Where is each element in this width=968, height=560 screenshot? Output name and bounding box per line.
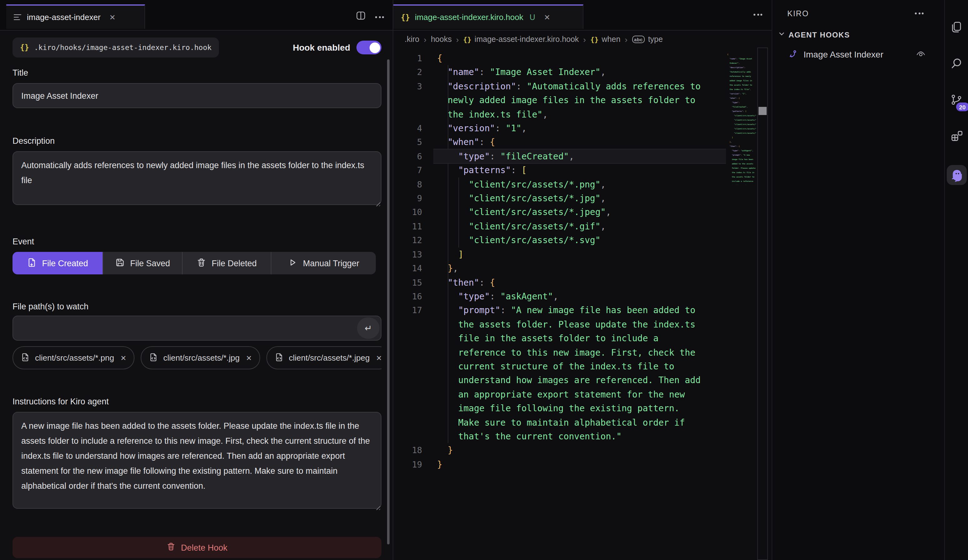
activity-item-search-icon[interactable] xyxy=(945,51,968,75)
code-line-1[interactable]: 1{ xyxy=(393,51,772,65)
remove-chip-icon[interactable]: ✕ xyxy=(120,354,126,362)
return-icon[interactable]: ↵ xyxy=(357,317,380,339)
breadcrumb-item[interactable]: {}when xyxy=(590,35,620,44)
line-number: 4 xyxy=(393,121,422,135)
source-control-badge: 20 xyxy=(956,102,968,111)
code-line-19[interactable]: 19} xyxy=(393,458,772,472)
hook-enabled-toggle[interactable] xyxy=(356,41,381,55)
activity-item-files-icon[interactable] xyxy=(945,15,968,39)
code-line-6[interactable]: 6"type": "fileCreated", xyxy=(393,149,772,164)
breadcrumb-item[interactable]: {}image-asset-indexer.kiro.hook xyxy=(463,35,579,44)
hook-editor-panel: image-asset-indexer ✕ {} .kiro/hooks/ima… xyxy=(0,0,393,560)
line-number: 12 xyxy=(393,233,422,248)
event-option-file-created[interactable]: File Created xyxy=(13,252,103,274)
instructions-input[interactable]: A new image file has been added to the a… xyxy=(13,412,381,509)
code-line-16[interactable]: 16"type": "askAgent", xyxy=(393,289,772,304)
code-line-9[interactable]: 9"client/src/assets/*.jpg", xyxy=(393,191,772,205)
minimap[interactable]: {"name": "Image Asset Indexer","descript… xyxy=(727,53,756,185)
activity-item-kiro-ghost-icon[interactable] xyxy=(946,165,966,185)
close-icon[interactable]: ✕ xyxy=(544,13,550,21)
chevron-down-icon xyxy=(777,30,786,41)
code-line-4[interactable]: 4"version": "1", xyxy=(393,121,772,135)
more-actions-icon[interactable] xyxy=(754,14,762,16)
activity-item-extensions-icon[interactable] xyxy=(945,124,968,147)
eye-icon[interactable] xyxy=(915,49,926,62)
breadcrumb-item[interactable]: abctype xyxy=(632,35,663,44)
code-line-17[interactable]: 17"prompt": "A new image file has been a… xyxy=(393,304,772,443)
remove-chip-icon[interactable]: ✕ xyxy=(246,354,252,362)
delete-hook-label: Delete Hook xyxy=(181,543,228,552)
breadcrumb-separator: › xyxy=(456,35,459,44)
code-line-15[interactable]: 15"then": { xyxy=(393,275,772,289)
minimap-line: "prompt": "A new image file has been add… xyxy=(727,153,756,185)
hook-file-path-pill[interactable]: {} .kiro/hooks/image-asset-indexer.kiro.… xyxy=(13,38,219,58)
line-number: 10 xyxy=(393,205,422,220)
minimap-line: "client/src/assets/*.svg" xyxy=(727,131,756,135)
minimap-line: "client/src/assets/*.png", xyxy=(727,114,756,118)
more-actions-icon[interactable] xyxy=(915,13,923,14)
remove-chip-icon[interactable]: ✕ xyxy=(376,354,381,362)
code-line-8[interactable]: 8"client/src/assets/*.png", xyxy=(393,177,772,191)
editor-scrollbar[interactable] xyxy=(757,48,768,560)
tab-hook-file[interactable]: {} image-asset-indexer.kiro.hook U ✕ xyxy=(393,4,583,29)
code-line-7[interactable]: 7"patterns": [ xyxy=(393,164,772,177)
editor-scrollbar-thumb[interactable] xyxy=(759,107,767,115)
event-option-file-deleted[interactable]: File Deleted xyxy=(182,252,271,274)
hook-list-icon xyxy=(14,14,22,20)
code-line-3[interactable]: 3"description": "Automatically adds refe… xyxy=(393,79,772,121)
file-path-input[interactable] xyxy=(13,316,381,340)
code-line-10[interactable]: 10"client/src/assets/*.jpeg", xyxy=(393,205,772,220)
code-line-13[interactable]: 13] xyxy=(393,247,772,261)
code-line-12[interactable]: 12"client/src/assets/*.svg" xyxy=(393,233,772,248)
code-line-18[interactable]: 18} xyxy=(393,443,772,458)
code-line-2[interactable]: 2"name": "Image Asset Indexer", xyxy=(393,65,772,79)
minimap-line: "client/src/assets/*.jpg", xyxy=(727,118,756,122)
breadcrumb-item[interactable]: .kiro xyxy=(404,35,419,44)
minimap-line: "client/src/assets/*.jpeg", xyxy=(727,122,756,127)
file-path-chip[interactable]: client/src/assets/*.jpeg✕ xyxy=(266,346,381,369)
activity-bar: 20 xyxy=(944,0,968,560)
line-number: 8 xyxy=(393,177,422,191)
file-path-chip[interactable]: client/src/assets/*.png✕ xyxy=(13,346,134,369)
event-option-manual-trigger[interactable]: Manual Trigger xyxy=(271,252,376,274)
breadcrumb-item[interactable]: hooks xyxy=(431,35,452,44)
event-option-file-saved[interactable]: File Saved xyxy=(103,252,182,274)
code-line-11[interactable]: 11"client/src/assets/*.gif", xyxy=(393,220,772,233)
file-code-icon xyxy=(149,352,158,363)
breadcrumb-separator: › xyxy=(424,35,426,44)
file-code-icon xyxy=(275,352,284,363)
extensions-icon xyxy=(950,129,963,142)
event-segmented-control: File CreatedFile SavedFile DeletedManual… xyxy=(13,252,376,274)
file-plus-icon xyxy=(27,257,37,269)
agent-hook-item[interactable]: Image Asset Indexer xyxy=(772,46,945,63)
code-area[interactable]: 1{2"name": "Image Asset Indexer",3"descr… xyxy=(393,48,772,560)
code-line-5[interactable]: 5"when": { xyxy=(393,135,772,149)
line-number: 17 xyxy=(393,304,422,443)
left-panel-scrollbar[interactable] xyxy=(387,59,389,544)
minimap-line: "type": "askAgent", xyxy=(727,149,756,153)
minimap-line: "description": "Automatically adds refer… xyxy=(727,66,756,92)
title-label: Title xyxy=(13,68,381,78)
app-window: image-asset-indexer ✕ {} .kiro/hooks/ima… xyxy=(0,0,968,560)
file-paths-label: File path(s) to watch xyxy=(13,302,381,311)
delete-hook-button[interactable]: Delete Hook xyxy=(13,537,381,558)
file-path-chip[interactable]: client/src/assets/*.jpg✕ xyxy=(141,346,260,369)
description-input[interactable]: Automatically adds references to newly a… xyxy=(13,151,381,205)
close-icon[interactable]: ✕ xyxy=(109,13,116,21)
braces-icon: {} xyxy=(401,13,410,21)
more-actions-icon[interactable] xyxy=(375,16,384,18)
code-line-14[interactable]: 14}, xyxy=(393,261,772,275)
minimap-line: "then": { xyxy=(727,144,756,149)
activity-item-source-control-icon[interactable]: 20 xyxy=(945,88,968,111)
tab-hook-editor[interactable]: image-asset-indexer ✕ xyxy=(6,4,145,29)
left-tab-bar: image-asset-indexer ✕ xyxy=(0,0,393,31)
agent-hook-name: Image Asset Indexer xyxy=(804,50,883,59)
title-input[interactable] xyxy=(13,83,381,108)
braces-icon: {} xyxy=(590,35,599,43)
line-number: 16 xyxy=(393,289,422,304)
split-editor-icon[interactable] xyxy=(355,10,366,24)
line-number: 9 xyxy=(393,191,422,205)
minimap-line: { xyxy=(727,53,756,57)
line-number: 13 xyxy=(393,247,422,261)
agent-hooks-section-header[interactable]: AGENT HOOKS xyxy=(772,28,945,43)
